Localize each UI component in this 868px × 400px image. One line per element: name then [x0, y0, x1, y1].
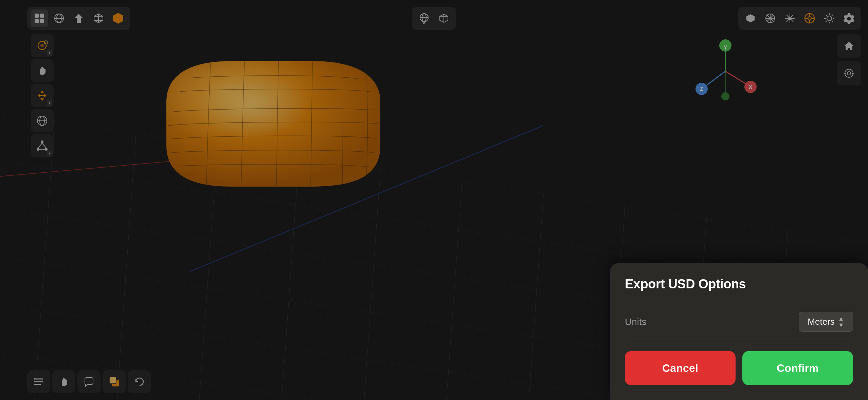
- units-row: Units Meters ▲ ▼: [625, 305, 853, 339]
- confirm-label: Confirm: [777, 362, 819, 375]
- dialog-title: Export USD Options: [625, 277, 853, 291]
- units-select[interactable]: Meters ▲ ▼: [799, 312, 853, 332]
- units-value: Meters: [808, 317, 834, 327]
- units-label: Units: [625, 317, 647, 327]
- dialog-buttons: Cancel Confirm: [625, 351, 853, 385]
- confirm-button[interactable]: Confirm: [742, 351, 853, 385]
- cancel-label: Cancel: [662, 362, 698, 375]
- chevrons-icon: ▲ ▼: [838, 316, 844, 328]
- cancel-button[interactable]: Cancel: [625, 351, 736, 385]
- export-dialog: Export USD Options Units Meters ▲ ▼ Canc…: [610, 263, 868, 400]
